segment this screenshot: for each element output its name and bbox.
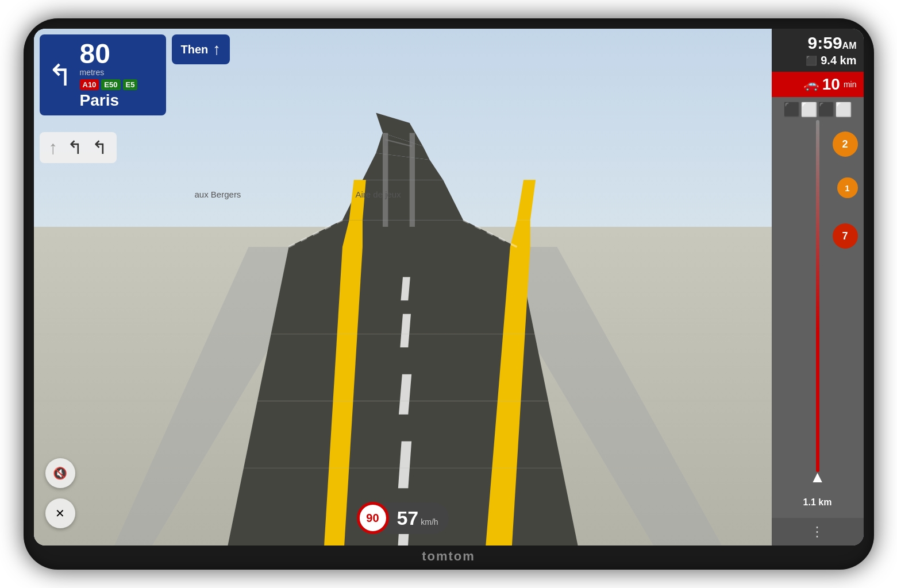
position-distance: 1.1 km [772, 497, 864, 508]
main-instruction-panel: ↰ 80 metres A10 E50 E5 Paris [40, 34, 166, 115]
car-icon: 🚗 [803, 77, 819, 92]
speed-limit-value: 90 [366, 512, 379, 525]
traffic-badge-1: 1 [837, 177, 858, 198]
cancel-icon: ✕ [55, 506, 65, 520]
turn-arrow-icon: ↰ [48, 60, 73, 90]
then-arrow-icon: ↑ [213, 40, 221, 59]
eta-travel-row: 🚗 10 min [772, 72, 864, 97]
traffic-badge-7-value: 7 [842, 230, 848, 242]
speed-unit: km/h [421, 517, 438, 527]
svg-rect-23 [409, 133, 414, 227]
eta-travel-unit: min [844, 80, 857, 89]
eta-panel: 9:59AM ⬛ 9.4 km [772, 29, 864, 72]
more-options-button[interactable]: ⋮ [772, 518, 864, 546]
sign-e50: E50 [101, 79, 120, 90]
distance-unit: metres [80, 68, 138, 77]
distance-number: 80 [80, 40, 138, 68]
eta-time-value: 9:59 [808, 33, 842, 52]
eta-distance-value: 9.4 km [821, 54, 856, 67]
lane-arrow-left1: ↰ [67, 137, 83, 158]
right-sidebar: 9:59AM ⬛ 9.4 km 🚗 10 min ⬛⬜⬛⬜ [772, 29, 864, 546]
finish-line-icon: ⬛⬜⬛⬜ [783, 102, 852, 118]
distance-info: 80 metres A10 E50 E5 Paris [80, 40, 138, 110]
sign-e5: E5 [123, 79, 138, 90]
more-options-icon: ⋮ [810, 524, 825, 539]
eta-time: 9:59AM [808, 33, 857, 52]
svg-rect-22 [382, 133, 387, 227]
traffic-badge-7: 7 [833, 223, 858, 249]
traffic-badge-2-value: 2 [842, 138, 848, 150]
mute-icon: 🔇 [53, 466, 67, 480]
map-area[interactable]: aux Bergers Aire de jeux ↰ 80 metres A10… [34, 29, 772, 546]
speed-display: 90 57 km/h [356, 502, 448, 534]
brand-label: tomtom [422, 549, 475, 564]
road-signs: A10 E50 E5 [80, 79, 138, 90]
device-screen: aux Bergers Aire de jeux ↰ 80 metres A10… [34, 29, 864, 546]
current-speed-box: 57 km/h [384, 502, 448, 534]
speed-limit-sign: 90 [356, 502, 388, 534]
traffic-badge-1-value: 1 [845, 183, 849, 193]
sign-a10: A10 [80, 79, 99, 90]
eta-travel-time-value: 10 [822, 75, 840, 94]
traffic-badge-2: 2 [833, 131, 858, 157]
eta-distance-icon: ⬛ [806, 55, 817, 66]
lane-arrow-straight: ↑ [49, 137, 58, 158]
traffic-line [816, 120, 819, 472]
traffic-panel: ⬛⬜⬛⬜ 2 1 7 ▲ 1.1 km [772, 97, 864, 518]
eta-ampm: AM [842, 41, 857, 51]
map-label-bergers: aux Bergers [195, 189, 241, 199]
current-position-arrow: ▲ [810, 468, 826, 486]
then-label: Then [181, 43, 209, 56]
lane-panel: ↑ ↰ ↰ [40, 132, 117, 163]
map-label-jeux: Aire de jeux [356, 189, 401, 199]
eta-distance-row: ⬛ 9.4 km [779, 54, 857, 67]
cancel-button[interactable]: ✕ [45, 498, 75, 528]
lane-arrow-left2: ↰ [92, 137, 107, 158]
current-speed-value: 57 [396, 507, 418, 529]
turn-arrow-box: ↰ [48, 60, 73, 90]
nav-panels: ↰ 80 metres A10 E50 E5 Paris [40, 34, 230, 115]
mute-button[interactable]: 🔇 [45, 458, 75, 488]
then-panel: Then ↑ [172, 34, 230, 64]
gps-device: aux Bergers Aire de jeux ↰ 80 metres A10… [24, 18, 874, 570]
destination-name: Paris [80, 91, 138, 110]
